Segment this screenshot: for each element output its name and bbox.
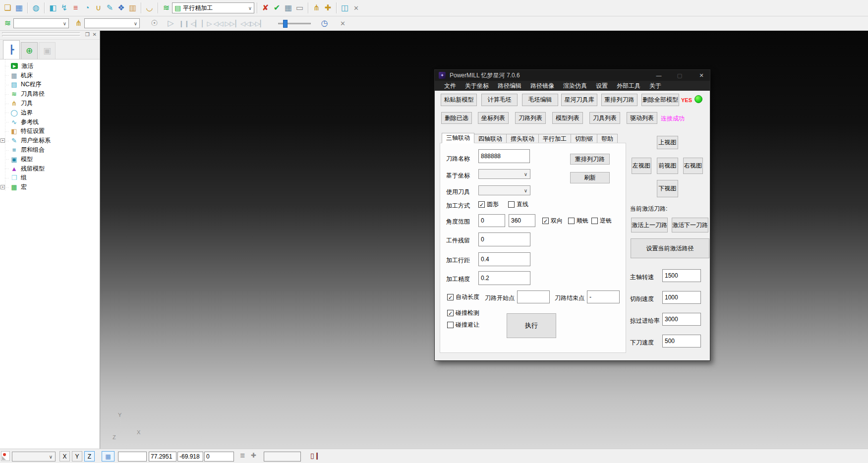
grid-size-field[interactable]: [118, 452, 147, 462]
tree-item-levels-sets[interactable]: ≡层和组合: [0, 145, 100, 155]
activate-next-toolpath-button[interactable]: 激活下一刀路: [672, 218, 708, 232]
snap-compass-icon[interactable]: ✚: [251, 452, 256, 459]
axis-x-button[interactable]: X: [59, 451, 70, 462]
drive-list-button[interactable]: 驱动列表: [627, 112, 657, 124]
explorer-grip-bar[interactable]: ❐ ✕: [0, 31, 100, 40]
toolpath-verify-icon[interactable]: ✔: [271, 2, 283, 14]
auto-length-checkbox[interactable]: ✓自动长度: [447, 293, 479, 301]
toolpath-invalid-icon[interactable]: ✘: [260, 2, 271, 14]
calculator-icon[interactable]: ▦: [283, 2, 294, 14]
tab-parallel[interactable]: 平行加工: [539, 134, 571, 143]
sim-toolpath-combobox[interactable]: ∨: [13, 18, 69, 28]
sim-toolpath-icon[interactable]: ≋: [2, 17, 13, 29]
tolerance-field[interactable]: [478, 271, 530, 285]
workplane-select[interactable]: ∨: [12, 452, 56, 462]
dialog-titlebar[interactable]: ✦ PowerMILL 忆梦星河 7.0.6: [435, 70, 710, 81]
model-list-button[interactable]: 模型列表: [552, 112, 583, 124]
play-icon[interactable]: ▷: [165, 17, 176, 29]
delete-model-icon[interactable]: ▥: [127, 2, 138, 14]
toolpath-name-field[interactable]: [478, 149, 530, 163]
view-left-button[interactable]: 左视图: [632, 158, 651, 174]
transform-icon[interactable]: ✚: [322, 2, 334, 14]
strategy-combobox[interactable]: ▤ 平行精加工 ∨: [172, 2, 254, 13]
end-point-field[interactable]: [587, 290, 620, 303]
panel-close-icon[interactable]: ✕: [93, 32, 97, 37]
close-toolbar-icon[interactable]: ✕: [350, 2, 362, 14]
tool-pair-icon[interactable]: ⋔: [311, 2, 322, 14]
spindle-speed-field[interactable]: [662, 269, 701, 282]
pause-icon[interactable]: ❙❙: [178, 17, 190, 29]
close-button[interactable]: ✕: [693, 70, 710, 81]
minimize-button[interactable]: —: [650, 70, 667, 81]
book-pause-icon[interactable]: ▯❙: [310, 452, 320, 460]
plunge-speed-field[interactable]: [662, 335, 701, 347]
coord-system-select[interactable]: ∨: [478, 169, 530, 179]
coords-list-button[interactable]: 坐标列表: [478, 112, 509, 124]
tree-item-nc-programs[interactable]: ▤NC程序: [0, 80, 100, 90]
angle-to-field[interactable]: [509, 214, 535, 227]
step-back-icon[interactable]: ◁▏: [190, 17, 201, 29]
tree-item-patterns[interactable]: ∿参考线: [0, 117, 100, 127]
view-bottom-button[interactable]: 下视图: [657, 180, 678, 197]
cursor-x-field[interactable]: [149, 452, 176, 462]
light-bulb-icon[interactable]: ☉: [149, 17, 160, 29]
tree-item-models[interactable]: ▣模型: [0, 155, 100, 164]
skip-to-end-icon[interactable]: ▷▷▏: [250, 17, 265, 29]
cursor-y-field[interactable]: [177, 452, 203, 462]
rapid-heights-icon[interactable]: ↯: [58, 2, 70, 14]
method-line-checkbox[interactable]: 直线: [508, 200, 528, 209]
method-circle-checkbox[interactable]: ✓圆形: [478, 200, 499, 209]
angle-from-field[interactable]: [478, 214, 505, 227]
menu-ext-tools[interactable]: 外部工具: [612, 82, 645, 90]
stock-block-icon[interactable]: ◧: [47, 2, 58, 14]
stock-allowance-field[interactable]: [478, 232, 530, 246]
tool-holder-icon[interactable]: ∪: [93, 2, 104, 14]
tool-library-button[interactable]: 星河刀具库: [561, 94, 597, 106]
set-active-path-button[interactable]: 设置当前激活路径: [631, 238, 709, 258]
collision-check-icon[interactable]: ◡: [144, 2, 155, 14]
clock-icon[interactable]: ◷: [319, 17, 330, 29]
collision-avoid-checkbox[interactable]: 碰撞避让: [447, 321, 479, 329]
toolpath-list-button[interactable]: 刀路列表: [515, 112, 546, 124]
activate-prev-toolpath-button[interactable]: 激活上一刀路: [631, 218, 668, 232]
tree-item-toolpaths[interactable]: ≋刀具路径: [0, 89, 100, 99]
maximize-button[interactable]: ▢: [671, 70, 688, 81]
execute-button[interactable]: 执行: [507, 313, 556, 338]
paste-new-model-button[interactable]: 粘贴新模型: [441, 94, 477, 106]
tree-item-tools[interactable]: ⋔刀具: [0, 99, 100, 108]
slider-handle[interactable]: [283, 20, 288, 28]
tree-item-groups[interactable]: ❒组: [0, 174, 100, 183]
menu-path-edit[interactable]: 路径编辑: [493, 82, 526, 90]
delete-selected-button[interactable]: 删除已选: [441, 112, 472, 124]
workplane-edit-icon[interactable]: ✎: [104, 2, 116, 14]
tab-4axis[interactable]: 四轴联动: [474, 134, 507, 143]
tool-levels-icon[interactable]: ≡: [70, 2, 81, 14]
menu-render-sim[interactable]: 渲染仿真: [559, 82, 591, 90]
menu-about[interactable]: 关于: [645, 82, 666, 90]
close-sim-toolbar-icon[interactable]: ✕: [337, 17, 348, 29]
tree-item-machine-tools[interactable]: ▦机床: [0, 71, 100, 80]
axis-y-button[interactable]: Y: [72, 451, 82, 462]
collision-check-checkbox[interactable]: ✓碰撞检测: [447, 309, 479, 317]
skim-feed-field[interactable]: [662, 313, 701, 326]
tree-item-activate[interactable]: ▶激活: [0, 61, 100, 71]
view-front-button[interactable]: 前视图: [657, 158, 678, 174]
tree-item-stock-models[interactable]: ▲残留模型: [0, 164, 100, 174]
grid-snap-button[interactable]: ▦: [102, 451, 115, 462]
tab-help[interactable]: 帮助: [597, 134, 618, 143]
sim-tool-combobox[interactable]: ∨: [84, 18, 140, 28]
conventional-mill-checkbox[interactable]: 逆铣: [591, 217, 612, 225]
coord-list-icon[interactable]: ≣: [240, 452, 245, 459]
tree-item-boundaries[interactable]: ◯边界: [0, 108, 100, 117]
menu-settings[interactable]: 设置: [591, 82, 612, 90]
view-top-button[interactable]: 上视图: [657, 136, 678, 149]
simulation-speed-slider[interactable]: [278, 23, 311, 24]
explorer-globe-tab[interactable]: ⊕: [21, 42, 38, 59]
tool-select[interactable]: ∨: [478, 185, 530, 195]
stock-edit-button[interactable]: 毛坯编辑: [522, 94, 558, 106]
open-project-icon[interactable]: ❏: [2, 2, 13, 14]
cursor-z-field[interactable]: [204, 452, 234, 462]
measure-field[interactable]: [264, 452, 301, 462]
menu-file[interactable]: 文件: [440, 82, 461, 90]
menu-path-mirror[interactable]: 路径镜像: [526, 82, 559, 90]
